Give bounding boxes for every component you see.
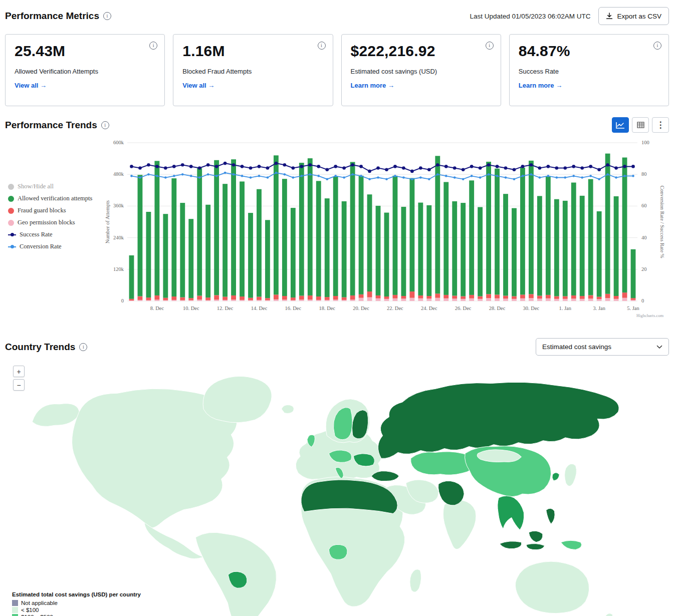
country-indonesia[interactable] xyxy=(500,531,545,550)
metric-value: 25.43M xyxy=(15,43,155,60)
country-nigeria[interactable] xyxy=(329,544,347,559)
legend-label: Conversion Rate xyxy=(20,243,62,250)
map-legend-label: Not applicable xyxy=(21,600,58,606)
country-new-zealand[interactable] xyxy=(605,613,620,616)
svg-text:1. Jan: 1. Jan xyxy=(559,305,572,311)
legend-label: Fraud guard blocks xyxy=(18,207,66,214)
country-philippines[interactable] xyxy=(546,508,555,524)
legend-label: Geo permission blocks xyxy=(18,219,75,226)
legend-marker xyxy=(8,246,16,247)
region-se-asia[interactable] xyxy=(498,496,524,530)
country-turkey[interactable] xyxy=(371,471,399,481)
svg-text:Highcharts.com: Highcharts.com xyxy=(636,313,663,318)
country-alaska[interactable] xyxy=(32,404,80,427)
svg-text:480k: 480k xyxy=(113,171,124,177)
country-trends-map-area: + − Estimated total cost savings (USD) p… xyxy=(5,360,669,616)
legend-marker xyxy=(8,208,14,214)
bars-geo-blocks xyxy=(129,297,636,301)
legend-item[interactable]: Show/Hide all xyxy=(8,183,92,190)
map-legend-label: $100 – $500 xyxy=(21,614,53,616)
legend-marker xyxy=(8,184,14,190)
info-icon[interactable]: i xyxy=(103,12,111,20)
svg-text:22. Dec: 22. Dec xyxy=(387,305,403,311)
map-legend-swatch xyxy=(12,600,18,606)
info-icon[interactable]: i xyxy=(318,42,326,50)
metric-value: 84.87% xyxy=(519,43,659,60)
world-map[interactable] xyxy=(5,360,669,616)
chevron-down-icon xyxy=(656,345,662,349)
dashboard-page: Performance Metrics i Last Updated 01/05… xyxy=(0,0,674,616)
learn-more-link[interactable]: Learn more → xyxy=(519,82,562,89)
svg-text:0: 0 xyxy=(641,298,644,303)
info-icon[interactable]: i xyxy=(79,343,87,351)
svg-text:40: 40 xyxy=(641,235,647,240)
kebab-icon: ⋮ xyxy=(656,120,665,130)
more-options-button[interactable]: ⋮ xyxy=(652,117,669,133)
bars-fraud-blocks xyxy=(129,291,636,300)
performance-trends-header: Performance Trends i ⋮ xyxy=(5,117,669,133)
map-metric-dropdown-value: Estimated cost savings xyxy=(542,343,611,351)
metric-value: 1.16M xyxy=(182,43,323,60)
svg-text:Number of Attempts: Number of Attempts xyxy=(105,200,110,243)
metric-card-allowed: i 25.43M Allowed Verification Attempts V… xyxy=(5,34,165,106)
svg-text:240k: 240k xyxy=(113,235,124,240)
line-chart-icon xyxy=(616,122,625,129)
legend-item[interactable]: Success Rate xyxy=(8,231,92,238)
legend-item[interactable]: Conversion Rate xyxy=(8,243,92,250)
svg-text:30. Dec: 30. Dec xyxy=(523,305,540,311)
metric-label: Estimated cost savings (USD) xyxy=(351,68,492,75)
country-iceland[interactable] xyxy=(282,405,294,413)
zoom-in-button[interactable]: + xyxy=(13,366,25,377)
chart-legend: Show/Hide allAllowed verification attemp… xyxy=(8,183,92,250)
country-trends-title: Country Trends xyxy=(5,342,75,353)
country-japan[interactable] xyxy=(565,464,577,486)
metric-label: Allowed Verification Attempts xyxy=(15,68,155,75)
info-icon[interactable]: i xyxy=(486,42,494,50)
country-madagascar[interactable] xyxy=(410,569,421,592)
view-all-link[interactable]: View all → xyxy=(15,82,47,89)
map-legend-title: Estimated total cost savings (USD) per c… xyxy=(12,591,141,597)
map-legend-label: < $100 xyxy=(21,607,39,613)
svg-text:26. Dec: 26. Dec xyxy=(455,305,472,311)
export-csv-button[interactable]: Export as CSV xyxy=(598,7,669,25)
legend-item[interactable]: Allowed verification attempts xyxy=(8,195,92,202)
legend-label: Success Rate xyxy=(20,231,53,238)
svg-text:12. Dec: 12. Dec xyxy=(217,305,234,311)
country-india[interactable] xyxy=(443,500,476,549)
zoom-out-button[interactable]: − xyxy=(13,379,25,391)
map-legend-item: < $100 xyxy=(12,607,141,613)
table-view-button[interactable] xyxy=(632,117,649,133)
info-icon[interactable]: i xyxy=(101,121,109,129)
svg-text:5. Jan: 5. Jan xyxy=(627,305,639,311)
performance-trends-chart[interactable]: 0120k240k360k480k600k0204060801008. Dec1… xyxy=(103,136,664,322)
svg-text:28. Dec: 28. Dec xyxy=(489,305,506,311)
svg-text:20: 20 xyxy=(641,266,647,272)
metric-cards-row: i 25.43M Allowed Verification Attempts V… xyxy=(5,34,669,106)
info-icon[interactable]: i xyxy=(149,42,157,50)
map-metric-dropdown[interactable]: Estimated cost savings xyxy=(536,338,669,356)
country-trends-header: Country Trends i Estimated cost savings xyxy=(5,338,669,356)
map-legend-swatch xyxy=(12,607,18,613)
info-icon[interactable]: i xyxy=(653,42,661,50)
legend-item[interactable]: Geo permission blocks xyxy=(8,219,92,226)
chart-view-button[interactable] xyxy=(612,117,629,133)
svg-text:80: 80 xyxy=(641,171,647,177)
metric-label: Success Rate xyxy=(519,68,659,75)
page-title: Performance Metrics xyxy=(5,11,99,22)
metric-card-savings: i $222,216.92 Estimated cost savings (US… xyxy=(341,34,501,106)
learn-more-link[interactable]: Learn more → xyxy=(351,82,394,89)
svg-text:16. Dec: 16. Dec xyxy=(285,305,302,311)
country-korea[interactable] xyxy=(552,473,559,481)
country-new-guinea[interactable] xyxy=(561,540,581,549)
country-greenland[interactable] xyxy=(203,376,272,422)
performance-trends-chart-area: Show/Hide allAllowed verification attemp… xyxy=(5,135,669,331)
map-legend-swatch xyxy=(12,614,18,616)
country-pakistan[interactable] xyxy=(438,481,465,505)
map-legend: Estimated total cost savings (USD) per c… xyxy=(12,591,141,616)
country-australia[interactable] xyxy=(515,561,589,613)
svg-text:10. Dec: 10. Dec xyxy=(183,305,199,311)
view-all-link[interactable]: View all → xyxy=(182,82,214,89)
map-zoom-controls: + − xyxy=(13,366,25,391)
svg-text:8. Dec: 8. Dec xyxy=(150,305,164,311)
legend-item[interactable]: Fraud guard blocks xyxy=(8,207,92,214)
